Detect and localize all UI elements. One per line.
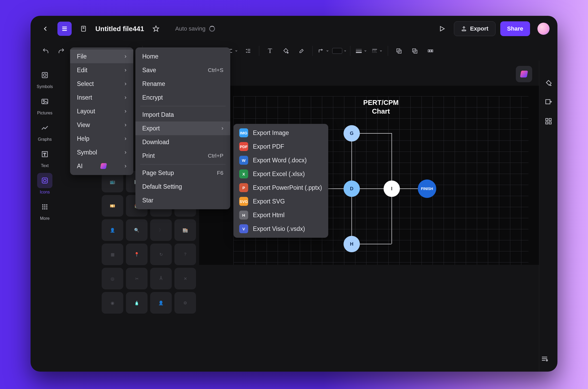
ai-logo-button[interactable]	[516, 66, 532, 82]
export-badge-icon: P	[239, 183, 248, 192]
insert-right-icon[interactable]	[543, 96, 554, 108]
icon-tile[interactable]: 💴	[102, 195, 123, 217]
ai-logo-icon	[520, 71, 528, 77]
icon-tile[interactable]: 👤	[150, 292, 172, 314]
export-option-export-word-docx-[interactable]: WExport Word (.docx)	[233, 153, 328, 167]
line-weight-button[interactable]	[354, 44, 368, 58]
avatar[interactable]	[537, 23, 550, 35]
autosave-label: Auto saving	[175, 25, 205, 32]
export-badge-icon: X	[239, 169, 248, 178]
share-button[interactable]: Share	[500, 21, 530, 36]
share-label: Share	[507, 25, 523, 32]
brush-button[interactable]	[295, 44, 309, 58]
menu-item-ai[interactable]: AI›	[70, 159, 133, 173]
icon-tile[interactable]: 🧴	[126, 292, 148, 314]
file-menu-default-setting[interactable]: Default Setting	[135, 180, 230, 193]
icon-tile[interactable]: ↻	[150, 244, 172, 265]
icon-tile[interactable]: 📍	[126, 244, 148, 265]
icon-tile[interactable]: ？	[174, 244, 196, 265]
layers-toggle-icon[interactable]	[538, 353, 551, 365]
file-menu-home[interactable]: Home	[135, 50, 230, 63]
chevron-right-icon: ›	[125, 135, 126, 142]
menu-item-layout[interactable]: Layout›	[70, 104, 133, 118]
export-option-export-pdf[interactable]: PDFExport PDF	[233, 140, 328, 153]
rail-item-symbols[interactable]: Symbols	[35, 67, 55, 89]
rail-item-icons[interactable]: Icons	[35, 173, 55, 194]
export-button[interactable]: Export	[454, 21, 496, 36]
menu-item-symbol[interactable]: Symbol›	[70, 145, 133, 159]
export-submenu: IMGExport ImagePDFExport PDFWExport Word…	[233, 124, 328, 238]
file-menu-page-setup[interactable]: Page SetupF6	[135, 166, 230, 180]
overlap-front-button[interactable]	[392, 44, 406, 58]
icon-tile[interactable]: 👤	[102, 219, 123, 241]
menu-item-edit[interactable]: Edit›	[70, 63, 133, 77]
graphs-icon	[37, 120, 52, 135]
node-i[interactable]: I	[384, 181, 400, 197]
fill-button[interactable]	[279, 44, 293, 58]
paint-bucket-icon[interactable]	[543, 76, 554, 88]
node-g[interactable]: G	[344, 125, 360, 142]
svg-rect-48	[549, 119, 551, 121]
overlap-back-button[interactable]	[408, 44, 422, 58]
icon-tile[interactable]: 🔍	[126, 219, 148, 241]
export-option-export-html[interactable]: HExport Html	[233, 208, 328, 222]
svg-marker-5	[440, 26, 444, 31]
file-menu-export[interactable]: Export›	[135, 121, 230, 135]
icon-tile[interactable]: ▦	[102, 244, 123, 265]
menu-divider	[140, 106, 226, 106]
file-menu-star[interactable]: Star	[135, 193, 230, 207]
export-option-export-svg[interactable]: SVGExport SVG	[233, 194, 328, 208]
file-title[interactable]: Untitled file441	[95, 25, 144, 33]
distribute-button[interactable]	[423, 44, 438, 58]
export-option-export-excel-xlsx-[interactable]: XExport Excel (.xlsx)	[233, 167, 328, 181]
rail-item-pictures[interactable]: Pictures	[35, 94, 55, 115]
grid-view-icon[interactable]	[543, 115, 554, 127]
chevron-right-icon: ›	[125, 53, 126, 60]
line-style-button[interactable]	[370, 44, 384, 58]
icon-tile[interactable]: ◎	[102, 268, 123, 289]
export-option-export-image[interactable]: IMGExport Image	[233, 126, 328, 140]
node-d[interactable]: D	[344, 181, 360, 197]
undo-button[interactable]	[38, 44, 53, 58]
play-button[interactable]	[435, 22, 449, 36]
menu-item-select[interactable]: Select›	[70, 77, 133, 91]
svg-point-38	[42, 206, 43, 208]
svg-point-30	[43, 100, 45, 101]
file-menu-download[interactable]: Download	[135, 135, 230, 149]
icon-tile[interactable]: ◉	[102, 292, 123, 314]
line-height-button[interactable]	[241, 44, 255, 58]
line-color-button[interactable]	[332, 44, 346, 58]
icon-tile[interactable]: 〉	[150, 219, 172, 241]
export-option-export-visio-vsdx-[interactable]: VExport Visio (.vsdx)	[233, 222, 328, 236]
menu-item-file[interactable]: File›	[70, 50, 133, 63]
menu-item-view[interactable]: View›	[70, 118, 133, 132]
rail-item-more[interactable]: More	[35, 199, 55, 221]
back-button[interactable]	[38, 22, 53, 36]
file-menu-print[interactable]: PrintCtrl+P	[135, 149, 230, 163]
file-menu-save[interactable]: SaveCtrl+S	[135, 63, 230, 77]
hamburger-menu-button[interactable]	[57, 22, 72, 36]
node-finish[interactable]: FINISH	[418, 179, 436, 198]
icon-tile[interactable]: ✂	[126, 268, 148, 289]
icon-tile[interactable]: 🏬	[174, 219, 196, 241]
chevron-right-icon: ›	[125, 149, 126, 156]
chevron-right-icon: ›	[125, 67, 126, 74]
icon-tile[interactable]: ⚙	[174, 292, 196, 314]
menu-item-insert[interactable]: Insert›	[70, 91, 133, 104]
rail-item-graphs[interactable]: Graphs	[35, 120, 55, 142]
topbar: Untitled file441 Auto saving Export Shar…	[31, 16, 557, 42]
redo-button[interactable]	[54, 44, 68, 58]
icon-tile[interactable]: ✕	[174, 268, 196, 289]
menu-item-help[interactable]: Help›	[70, 132, 133, 145]
file-menu-import-data[interactable]: Import Data	[135, 108, 230, 121]
connector-button[interactable]	[316, 44, 331, 58]
star-icon[interactable]	[149, 22, 163, 36]
file-menu-rename[interactable]: Rename	[135, 77, 230, 91]
file-menu-encrypt[interactable]: Encrypt	[135, 91, 230, 104]
node-h[interactable]: H	[344, 236, 360, 252]
icon-tile[interactable]: Å	[150, 268, 172, 289]
export-option-export-powerpoint-pptx-[interactable]: PExport PowerPoint (.pptx)	[233, 181, 328, 194]
svg-rect-25	[430, 50, 431, 52]
text-tool-button[interactable]: T	[263, 44, 277, 58]
rail-item-text[interactable]: T Text	[35, 147, 55, 168]
